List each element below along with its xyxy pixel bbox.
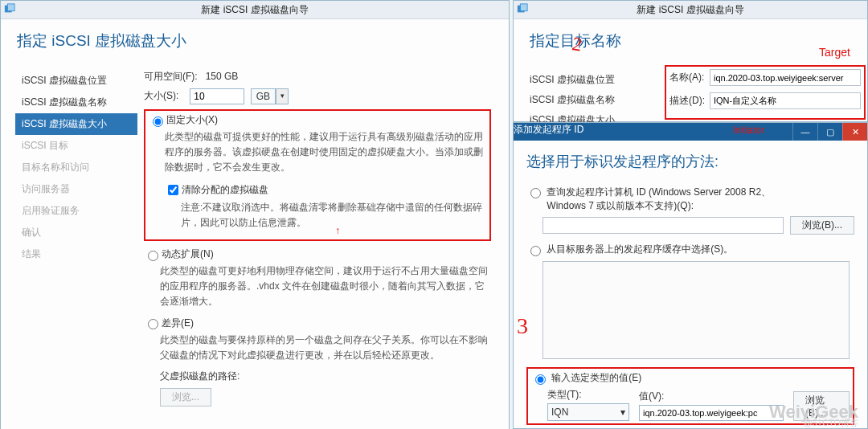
- annotation-target: Target: [819, 46, 850, 59]
- wizard-steps: iSCSI 虚拟磁盘位置 iSCSI 虚拟磁盘名称 iSCSI 虚拟磁盘大小 i…: [15, 70, 137, 265]
- app-icon: [4, 3, 15, 17]
- name-input[interactable]: [710, 69, 861, 86]
- name-label: 名称(A):: [669, 71, 710, 84]
- cache-listbox[interactable]: [542, 261, 850, 359]
- radio-from-cache[interactable]: [530, 246, 541, 256]
- step-confirm: 确认: [15, 222, 137, 243]
- desc-label: 描述(D):: [669, 94, 710, 108]
- window-title: 添加发起程序 ID: [514, 124, 583, 135]
- radio-diff-label: 差异(E): [162, 317, 194, 329]
- dynamic-desc: 此类型的磁盘可更好地利用物理存储空间，建议用于运行不占用大量磁盘空间的应用程序的…: [160, 264, 491, 310]
- type-label: 类型(T):: [547, 388, 629, 402]
- watermark-sub: @51CTO博客: [804, 417, 858, 429]
- svg-rect-3: [520, 4, 527, 11]
- target-form: 名称(A): 描述(D):: [665, 65, 866, 120]
- maximize-button[interactable]: ▢: [817, 123, 842, 141]
- checkbox-clear[interactable]: [168, 185, 178, 195]
- radio-query-id-label: 查询发起程序计算机 ID (Windows Server 2008 R2、Win…: [547, 186, 788, 213]
- checkbox-clear-label: 清除分配的虚拟磁盘: [182, 183, 268, 194]
- add-initiator-dialog: 添加发起程序 ID — ▢ ✕ 选择用于标识发起程序的方法: 查询发起程序计算机…: [513, 122, 868, 429]
- unit-dropdown[interactable]: ▾: [276, 88, 289, 104]
- query-id-input[interactable]: [542, 217, 784, 234]
- step-location[interactable]: iSCSI 虚拟磁盘位置: [15, 70, 137, 92]
- dialog-body: 选择用于标识发起程序的方法: 查询发起程序计算机 ID (Windows Ser…: [514, 141, 867, 429]
- title-bar: 新建 iSCSI 虚拟磁盘向导: [514, 1, 867, 19]
- step-size[interactable]: iSCSI 虚拟磁盘大小: [15, 113, 137, 135]
- window-title: 新建 iSCSI 虚拟磁盘向导: [637, 3, 743, 17]
- step-target-name: 目标名称和访问: [15, 157, 137, 178]
- type-value: IQN: [551, 407, 568, 418]
- wizard-target-name-pane: 新建 iSCSI 虚拟磁盘向导 指定目标名称 Target iSCSI 虚拟磁盘…: [513, 0, 868, 122]
- size-label: 大小(S):: [144, 89, 178, 103]
- diff-desc: 此类型的磁盘与要保持原样的另一个磁盘之间存在父子关系。你可以在不影响父磁盘的情况…: [160, 333, 491, 363]
- title-bar: 添加发起程序 ID — ▢ ✕: [514, 123, 867, 141]
- radio-diff[interactable]: [148, 319, 158, 329]
- radio-fixed[interactable]: [153, 116, 163, 127]
- clear-note: 注意:不建议取消选中。将磁盘清零将删除基础存储中遗留的任何数据碎片，因此可以防止…: [181, 200, 486, 231]
- parent-path-label: 父虚拟磁盘的路径:: [160, 370, 240, 382]
- window-title: 新建 iSCSI 虚拟磁盘向导: [201, 3, 308, 17]
- step-name[interactable]: iSCSI 虚拟磁盘名称: [15, 92, 137, 113]
- window-buttons: — ▢ ✕: [792, 123, 867, 141]
- free-space-value: 150 GB: [206, 71, 239, 82]
- svg-rect-1: [7, 4, 14, 11]
- close-button[interactable]: ✕: [842, 123, 867, 141]
- annotation-arrow: ↑: [335, 225, 340, 237]
- browse-button: 浏览...: [160, 388, 211, 407]
- step-target: iSCSI 目标: [15, 135, 137, 157]
- radio-enter-value[interactable]: [535, 374, 546, 385]
- radio-dynamic-label: 动态扩展(N): [162, 248, 214, 259]
- chevron-down-icon: ▾: [620, 407, 625, 418]
- step-auth: 启用验证服务: [15, 200, 137, 222]
- desc-input[interactable]: [710, 92, 861, 109]
- page-heading: 指定 iSCSI 虚拟磁盘大小: [17, 31, 509, 51]
- free-space-label: 可用空间(F):: [144, 70, 198, 84]
- app-icon: [517, 3, 528, 17]
- step-name[interactable]: iSCSI 虚拟磁盘名称: [528, 90, 616, 110]
- annotation-initiator: Initiator: [733, 125, 764, 136]
- annotation-3: 3: [517, 313, 528, 339]
- size-unit[interactable]: GB: [251, 88, 276, 104]
- size-form: 可用空间(F): 150 GB 大小(S): GB▾ 固定大小(X) 此类型的磁…: [144, 70, 491, 407]
- type-select[interactable]: IQN ▾: [547, 403, 629, 421]
- value-input[interactable]: [639, 405, 784, 421]
- radio-fixed-label: 固定大小(X): [166, 114, 218, 125]
- size-input[interactable]: [190, 88, 244, 104]
- radio-dynamic[interactable]: [148, 251, 158, 261]
- value-label: 值(V):: [639, 390, 784, 403]
- radio-from-cache-label: 从目标服务器上的发起程序缓存中选择(S)。: [547, 243, 733, 255]
- fixed-size-section: 固定大小(X) 此类型的磁盘可提供更好的性能，建议用于运行具有高级别磁盘活动的应…: [144, 109, 491, 241]
- title-bar: 新建 iSCSI 虚拟磁盘向导: [1, 1, 509, 19]
- step-access-server: 访问服务器: [15, 178, 137, 200]
- dialog-heading: 选择用于标识发起程序的方法:: [526, 152, 854, 171]
- wizard-size-pane: 新建 iSCSI 虚拟磁盘向导 指定 iSCSI 虚拟磁盘大小 iSCSI 虚拟…: [0, 0, 510, 429]
- step-result: 结果: [15, 243, 137, 265]
- radio-enter-value-label: 输入选定类型的值(E): [551, 372, 641, 383]
- radio-query-id[interactable]: [530, 188, 541, 198]
- wizard-steps: iSCSI 虚拟磁盘位置 iSCSI 虚拟磁盘名称 iSCSI 虚拟磁盘大小: [528, 70, 616, 130]
- minimize-button[interactable]: —: [792, 123, 817, 141]
- step-location[interactable]: iSCSI 虚拟磁盘位置: [528, 70, 616, 90]
- fixed-desc: 此类型的磁盘可提供更好的性能，建议用于运行具有高级别磁盘活动的应用程序的服务器。…: [165, 129, 486, 176]
- browse-button-1[interactable]: 浏览(B)...: [790, 216, 854, 235]
